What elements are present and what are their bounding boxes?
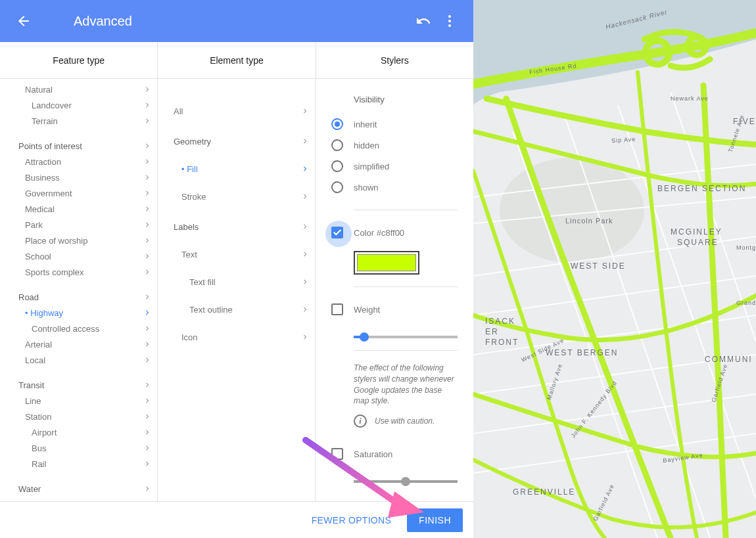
caution-text: The effect of the following stylers will…: [354, 363, 458, 407]
map-label: BERGEN SECTION: [657, 184, 746, 193]
feature-item[interactable]: Sports complex: [0, 264, 157, 280]
tab-element-type: Element type: [158, 42, 316, 78]
feature-item[interactable]: Points of interest: [0, 138, 157, 154]
feature-item[interactable]: Park: [0, 217, 157, 233]
page-title: Advanced: [74, 14, 132, 29]
element-type-tree[interactable]: AllGeometryFillStrokeLabelsTextText fill…: [158, 79, 316, 501]
saturation-label: Saturation: [354, 449, 392, 459]
more-vert-icon: [442, 13, 458, 29]
saturation-checkbox[interactable]: [331, 448, 343, 460]
map-label: Montg: [736, 244, 756, 251]
map-label: Lincoln Park: [565, 217, 613, 225]
feature-item[interactable]: School: [0, 248, 157, 264]
map-label: ISACK: [485, 317, 515, 326]
map-label: FIVE C: [733, 117, 756, 126]
undo-icon: [415, 13, 431, 29]
feature-item[interactable]: Landcover: [0, 97, 157, 113]
element-item[interactable]: Text fill: [158, 268, 315, 296]
map-label: Grand: [736, 300, 756, 306]
feature-item[interactable]: Controlled access: [0, 321, 157, 336]
feature-item[interactable]: Airport: [0, 424, 157, 440]
saturation-checkbox-row[interactable]: Saturation: [331, 443, 458, 464]
feature-item[interactable]: Highway: [0, 305, 157, 321]
feature-item[interactable]: Attraction: [0, 154, 157, 169]
map-preview[interactable]: Hackensack RiverFish House RdNewark AveS…: [473, 0, 756, 538]
element-item[interactable]: Labels: [158, 213, 315, 240]
element-item[interactable]: Stroke: [158, 183, 315, 210]
weight-label: Weight: [354, 305, 380, 315]
feature-item[interactable]: Medical: [0, 201, 157, 217]
undo-button[interactable]: [410, 8, 437, 34]
element-item[interactable]: Icon: [158, 323, 315, 351]
weight-checkbox-row[interactable]: Weight: [331, 299, 458, 320]
caution-line: i Use with caution.: [354, 415, 458, 428]
feature-type-tree[interactable]: NaturalLandcoverTerrainPoints of interes…: [0, 79, 158, 501]
svg-point-1: [448, 20, 451, 22]
element-item[interactable]: Text outline: [158, 296, 315, 323]
stylers-panel[interactable]: Visibility inherithiddensimplifiedshown …: [316, 79, 473, 501]
color-label: Color #c8ff00: [354, 228, 404, 238]
footer-actions: FEWER OPTIONS FINISH: [0, 501, 473, 538]
map-label: ER: [485, 327, 499, 336]
map-label: WEST SIDE: [571, 261, 626, 271]
map-label: MCGINLEY: [671, 227, 722, 236]
feature-item[interactable]: Line: [0, 393, 157, 409]
map-label: GREENVILLE: [513, 487, 575, 497]
map-label: SQUARE: [677, 238, 719, 247]
feature-item[interactable]: Place of worship: [0, 233, 157, 248]
visibility-option-hidden[interactable]: hidden: [331, 135, 458, 156]
tab-stylers: Stylers: [316, 42, 473, 78]
feature-item[interactable]: Road: [0, 289, 157, 305]
map-label: COMMUNI: [705, 355, 753, 364]
color-checkbox-row[interactable]: Color #c8ff00: [331, 222, 458, 243]
color-checkbox[interactable]: [331, 227, 343, 238]
element-item[interactable]: Fill: [158, 155, 315, 183]
radio-icon: [331, 181, 343, 193]
svg-point-2: [448, 24, 451, 27]
more-menu-button[interactable]: [437, 8, 463, 34]
svg-point-6: [500, 158, 644, 263]
finish-button[interactable]: FINISH: [407, 508, 463, 532]
element-item[interactable]: All: [158, 97, 315, 125]
map-label: Newark Ave: [671, 95, 709, 102]
back-button[interactable]: [11, 8, 37, 34]
visibility-section-title: Visibility: [354, 95, 458, 104]
feature-item[interactable]: Water: [0, 481, 157, 497]
feature-item[interactable]: Natural: [0, 81, 157, 97]
weight-checkbox[interactable]: [331, 303, 343, 315]
feature-item[interactable]: Bus: [0, 440, 157, 456]
feature-item[interactable]: Terrain: [0, 113, 157, 129]
feature-item[interactable]: Station: [0, 409, 157, 424]
app-header: Advanced: [0, 0, 473, 42]
arrow-back-icon: [16, 13, 32, 29]
feature-item[interactable]: Transit: [0, 377, 157, 393]
column-headers: Feature type Element type Stylers: [0, 42, 473, 79]
feature-item[interactable]: Rail: [0, 456, 157, 472]
visibility-option-shown[interactable]: shown: [331, 177, 458, 198]
feature-item[interactable]: Business: [0, 169, 157, 185]
element-item[interactable]: Text: [158, 240, 315, 268]
feature-item[interactable]: Arterial: [0, 336, 157, 352]
radio-icon: [331, 139, 343, 151]
feature-item[interactable]: Government: [0, 185, 157, 201]
svg-point-0: [448, 15, 451, 18]
saturation-slider[interactable]: [354, 480, 458, 483]
element-item[interactable]: Geometry: [158, 127, 315, 155]
radio-icon: [331, 160, 343, 172]
visibility-option-inherit[interactable]: inherit: [331, 114, 458, 135]
map-label: FRONT: [485, 338, 519, 347]
tab-feature-type: Feature type: [0, 42, 158, 78]
weight-slider[interactable]: [354, 336, 458, 338]
radio-icon: [331, 118, 343, 130]
info-icon: i: [354, 415, 367, 428]
map-label: WEST BERGEN: [546, 348, 618, 357]
feature-item[interactable]: Local: [0, 352, 157, 368]
color-swatch[interactable]: [354, 251, 419, 275]
visibility-option-simplified[interactable]: simplified: [331, 156, 458, 177]
fewer-options-button[interactable]: FEWER OPTIONS: [304, 510, 399, 531]
